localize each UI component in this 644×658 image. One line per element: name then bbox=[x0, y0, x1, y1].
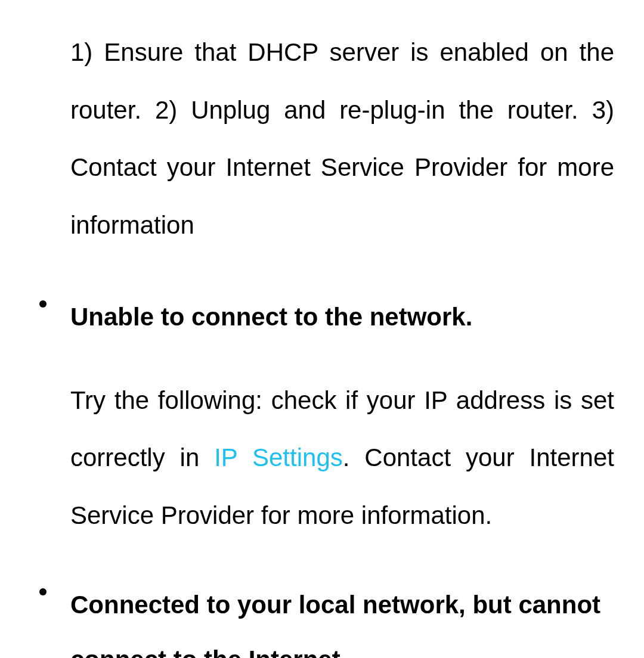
intro-paragraph: 1) Ensure that DHCP server is enabled on… bbox=[70, 24, 614, 254]
bullet-icon bbox=[39, 300, 47, 308]
heading-connected-local: Connected to your local network, but can… bbox=[70, 578, 614, 658]
list-item-connected-local: Connected to your local network, but can… bbox=[70, 578, 614, 658]
bullet-icon bbox=[39, 588, 47, 595]
heading-unable-to-connect: Unable to connect to the network. bbox=[70, 290, 614, 344]
content-container: 1) Ensure that DHCP server is enabled on… bbox=[30, 24, 614, 658]
ip-settings-link[interactable]: IP Settings bbox=[214, 443, 343, 471]
list-item-unable-to-connect: Unable to connect to the network. Try th… bbox=[70, 290, 614, 544]
body-unable-to-connect: Try the following: check if your IP addr… bbox=[70, 372, 614, 545]
